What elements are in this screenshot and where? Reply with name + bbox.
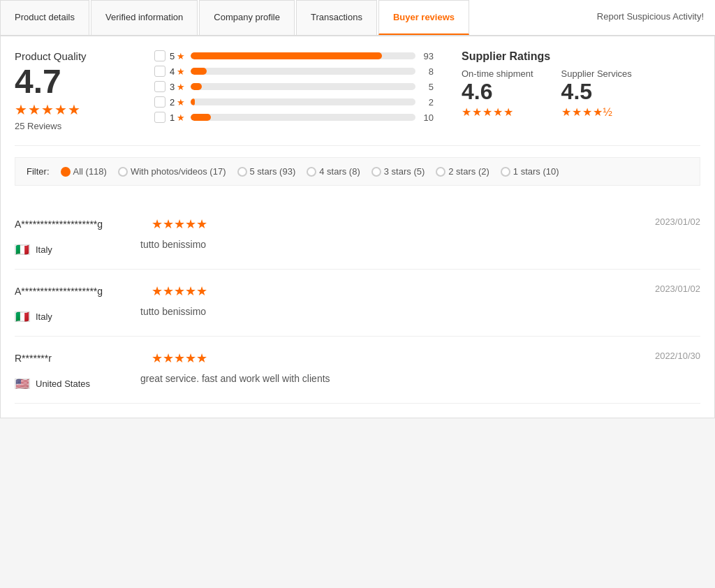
bar-fill-4 xyxy=(191,68,207,75)
radio-5stars[interactable] xyxy=(237,167,247,177)
report-suspicious-button[interactable]: Report Suspicious Activity! xyxy=(586,0,715,35)
review-item-1: A********************g ★★★★★ 2023/01/02 … xyxy=(15,270,700,337)
product-quality-score: 4.7 xyxy=(15,65,126,98)
review-item-0: A********************g ★★★★★ 2023/01/02 … xyxy=(15,203,700,270)
bar-track-4 xyxy=(191,68,415,75)
bar-fill-1 xyxy=(191,114,211,121)
tabs-container: Product details Verified information Com… xyxy=(0,0,715,36)
bar-checkbox-1[interactable] xyxy=(154,112,165,123)
bar-count-5: 93 xyxy=(420,51,434,61)
filter-bar: Filter: All (118) With photos/videos (17… xyxy=(15,157,700,186)
filter-option-photos[interactable]: With photos/videos (17) xyxy=(118,166,226,177)
review-right-0: tutto benissimo xyxy=(140,239,700,255)
bar-fill-3 xyxy=(191,83,202,90)
filter-label: Filter: xyxy=(27,166,50,177)
bar-row-4[interactable]: 4 ★ 8 xyxy=(154,66,434,77)
product-quality-panel: Product Quality 4.7 ★★★★★ 25 Reviews xyxy=(15,50,126,131)
reviewer-name-0: A********************g xyxy=(15,219,140,230)
bar-row-3[interactable]: 3 ★ 5 xyxy=(154,81,434,92)
review-body-2: 🇺🇸 United States great service. fast and… xyxy=(15,373,700,389)
supplier-services: Supplier Services 4.5 ★★★★½ xyxy=(561,68,632,119)
supplier-ratings-title: Supplier Ratings xyxy=(462,50,671,63)
ratings-section: Product Quality 4.7 ★★★★★ 25 Reviews 5 ★… xyxy=(15,50,700,146)
radio-3stars[interactable] xyxy=(371,167,381,177)
bar-count-4: 8 xyxy=(420,66,434,77)
on-time-score: 4.6 xyxy=(462,80,533,103)
review-country-2: 🇺🇸 United States xyxy=(15,378,140,389)
radio-photos[interactable] xyxy=(118,167,128,177)
review-text-2: great service. fast and work well with c… xyxy=(140,373,700,384)
bar-count-2: 2 xyxy=(420,97,434,108)
reviewer-info-2: R*******r ★★★★★ xyxy=(15,351,207,366)
tab-transactions[interactable]: Transactions xyxy=(296,0,377,35)
bar-star-label-2: 2 ★ xyxy=(170,97,186,108)
product-quality-stars: ★★★★★ xyxy=(15,101,126,118)
country-name-0: Italy xyxy=(36,244,52,255)
tab-buyer-reviews[interactable]: Buyer reviews xyxy=(378,0,469,35)
country-name-1: Italy xyxy=(36,311,52,322)
star-bar-chart: 5 ★ 93 4 ★ 8 3 ★ 5 2 ★ 2 xyxy=(154,50,434,131)
radio-4stars[interactable] xyxy=(307,167,316,177)
bar-checkbox-3[interactable] xyxy=(154,81,165,92)
country-name-2: United States xyxy=(36,378,90,389)
on-time-shipment: On-time shipment 4.6 ★★★★★ xyxy=(462,68,533,119)
filter-label-1stars: 1 stars (10) xyxy=(513,166,559,177)
review-date-0: 2023/01/02 xyxy=(655,216,700,227)
review-right-1: tutto benissimo xyxy=(140,306,700,322)
radio-1stars[interactable] xyxy=(501,167,510,177)
supplier-ratings-row: On-time shipment 4.6 ★★★★★ Supplier Serv… xyxy=(462,68,671,119)
filter-label-2stars: 2 stars (2) xyxy=(448,166,489,177)
filter-option-4stars[interactable]: 4 stars (8) xyxy=(307,166,360,177)
bar-star-label-5: 5 ★ xyxy=(170,51,186,61)
radio-2stars[interactable] xyxy=(436,167,445,177)
reviewer-info-0: A********************g ★★★★★ xyxy=(15,216,207,232)
bar-count-3: 5 xyxy=(420,82,434,92)
review-header-2: R*******r ★★★★★ 2022/10/30 xyxy=(15,351,700,366)
reviewer-name-1: A********************g xyxy=(15,286,140,297)
bar-checkbox-4[interactable] xyxy=(154,66,165,77)
on-time-stars: ★★★★★ xyxy=(462,105,533,119)
review-right-2: great service. fast and work well with c… xyxy=(140,373,700,389)
bar-row-1[interactable]: 1 ★ 10 xyxy=(154,112,434,123)
tab-product-details[interactable]: Product details xyxy=(0,0,89,35)
bar-fill-2 xyxy=(191,98,195,105)
review-left-2: 🇺🇸 United States xyxy=(15,373,140,389)
reviewer-info-1: A********************g ★★★★★ xyxy=(15,284,207,299)
review-left-0: 🇮🇹 Italy xyxy=(15,239,140,255)
tab-bar: Product details Verified information Com… xyxy=(0,0,715,36)
supplier-services-label: Supplier Services xyxy=(561,68,632,79)
review-left-1: 🇮🇹 Italy xyxy=(15,306,140,322)
filter-option-1stars[interactable]: 1 stars (10) xyxy=(501,166,559,177)
radio-all[interactable] xyxy=(61,167,71,177)
bar-row-5[interactable]: 5 ★ 93 xyxy=(154,50,434,61)
bar-checkbox-5[interactable] xyxy=(154,50,165,61)
bar-track-1 xyxy=(191,114,415,121)
bar-count-1: 10 xyxy=(420,112,434,123)
main-content: Product Quality 4.7 ★★★★★ 25 Reviews 5 ★… xyxy=(0,36,715,418)
review-date-1: 2023/01/02 xyxy=(655,284,700,294)
bar-checkbox-2[interactable] xyxy=(154,96,165,108)
review-stars-2: ★★★★★ xyxy=(152,351,207,366)
country-flag-2: 🇺🇸 xyxy=(15,378,30,389)
review-country-1: 🇮🇹 Italy xyxy=(15,311,140,322)
filter-label-4stars: 4 stars (8) xyxy=(319,166,360,177)
review-header-0: A********************g ★★★★★ 2023/01/02 xyxy=(15,216,700,232)
review-body-0: 🇮🇹 Italy tutto benissimo xyxy=(15,239,700,255)
filter-option-3stars[interactable]: 3 stars (5) xyxy=(371,166,425,177)
bar-row-2[interactable]: 2 ★ 2 xyxy=(154,96,434,108)
filter-option-all[interactable]: All (118) xyxy=(61,166,107,177)
review-stars-0: ★★★★★ xyxy=(152,216,207,232)
product-quality-title: Product Quality xyxy=(15,50,126,62)
tab-verified-information[interactable]: Verified information xyxy=(91,0,198,35)
tab-company-profile[interactable]: Company profile xyxy=(199,0,295,35)
review-text-0: tutto benissimo xyxy=(140,239,700,250)
filter-label-5stars: 5 stars (93) xyxy=(250,166,296,177)
review-body-1: 🇮🇹 Italy tutto benissimo xyxy=(15,306,700,322)
review-stars-1: ★★★★★ xyxy=(152,284,207,299)
product-quality-reviews: 25 Reviews xyxy=(15,121,126,131)
on-time-label: On-time shipment xyxy=(462,68,533,79)
filter-option-2stars[interactable]: 2 stars (2) xyxy=(436,166,489,177)
filter-option-5stars[interactable]: 5 stars (93) xyxy=(237,166,296,177)
filter-label-all: All (118) xyxy=(73,166,107,177)
bar-star-label-1: 1 ★ xyxy=(170,112,186,123)
